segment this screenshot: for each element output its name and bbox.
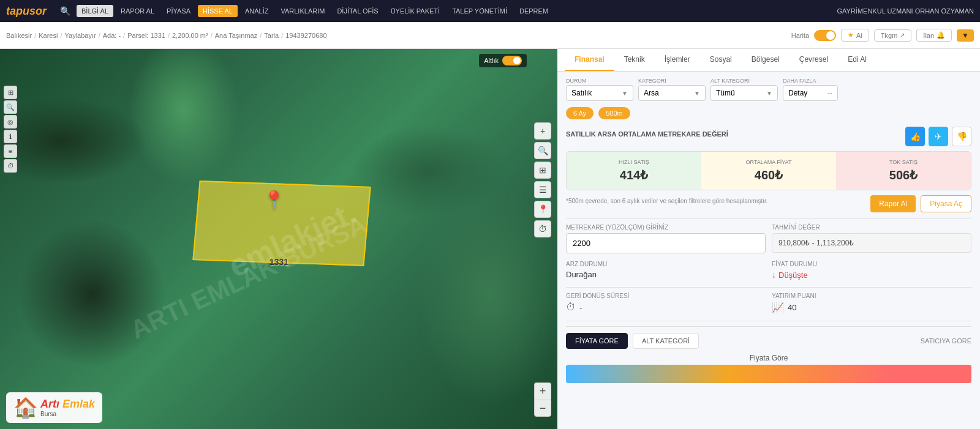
tab-teknik[interactable]: Teknik bbox=[614, 49, 655, 71]
nav-item-piyasa[interactable]: PİYASA bbox=[162, 5, 195, 17]
ctrl-layers[interactable]: ⊞ bbox=[534, 162, 551, 179]
metrekare-input[interactable] bbox=[566, 233, 766, 253]
down-arrow-icon: ↓ bbox=[772, 270, 776, 280]
status-row: ARZ DURUMU Durağan FİYAT DURUMU ↓ Düşüşt… bbox=[566, 261, 971, 280]
fiyat-value: ↓ Düşüşte bbox=[772, 270, 971, 280]
breadcrumb-ada: Ada: - bbox=[103, 32, 121, 39]
kategori-label: KATEGORİ bbox=[638, 78, 706, 84]
al-label: Al bbox=[856, 32, 862, 39]
tab-bolgesel[interactable]: Bölgesel bbox=[742, 49, 790, 71]
tab-alt-kategori[interactable]: ALT KATEGORİ bbox=[633, 333, 699, 349]
nav-item-dijitalofis[interactable]: DİJİTAL OFİS bbox=[332, 5, 383, 17]
altkategori-select[interactable]: Tümü ▼ bbox=[710, 85, 778, 101]
nav-item-analiz[interactable]: ANALİZ bbox=[240, 5, 274, 17]
zoom-in-button[interactable]: + bbox=[534, 382, 551, 400]
rapor-al-button[interactable]: Rapor Al bbox=[870, 195, 916, 212]
durum-label: DURUM bbox=[566, 78, 633, 84]
chart-icon: 📈 bbox=[772, 302, 784, 313]
telegram-button[interactable]: ✈ bbox=[929, 127, 948, 146]
altlik-bar: Altlık bbox=[479, 54, 527, 67]
filter-kategori: KATEGORİ Arsa ▼ bbox=[638, 78, 706, 101]
nav-item-uyelikpaketi[interactable]: ÜYELİK PAKETİ bbox=[386, 5, 445, 17]
al-button[interactable]: ★ Al bbox=[841, 29, 869, 42]
dahafazla-label: DAHA FAZLA bbox=[783, 78, 838, 84]
ctrl-search[interactable]: 🔍 bbox=[534, 142, 551, 159]
more-button[interactable]: ▼ bbox=[957, 29, 974, 42]
tag-6ay[interactable]: 6 Ay bbox=[566, 107, 594, 119]
like-dislike-group: 👍 ✈ 👎 bbox=[905, 127, 971, 146]
tab-edial[interactable]: Edi Al bbox=[838, 49, 876, 71]
ilan-icon: 🔔 bbox=[937, 31, 945, 39]
map-toggle-switch[interactable] bbox=[814, 30, 836, 41]
saticiya-gore-label[interactable]: SATICIYA GÖRE bbox=[921, 337, 971, 345]
ctrl-menu[interactable]: ☰ bbox=[534, 181, 551, 198]
geri-donus-group: GERİ DÖNÜŞ SÜRESİ ⏱ - bbox=[566, 293, 766, 313]
breadcrumb-yaylabayir[interactable]: Yaylabayır bbox=[65, 32, 96, 39]
durum-select[interactable]: Satılık ▼ bbox=[566, 85, 633, 101]
ctrl-pin[interactable]: 📍 bbox=[534, 201, 551, 218]
hizli-value: 414₺ bbox=[575, 168, 693, 182]
zoom-out-button[interactable]: − bbox=[534, 400, 551, 417]
dahafazla-select[interactable]: Detay ··· bbox=[783, 85, 838, 101]
dahafazla-caret: ··· bbox=[827, 90, 832, 97]
tab-islemler[interactable]: İşlemler bbox=[655, 49, 700, 71]
metrics-row: GERİ DÖNÜŞ SÜRESİ ⏱ - YATIRIM PUANI 📈 40 bbox=[566, 293, 971, 313]
breadcrumb-tasinmaz: Ana Taşınmaz bbox=[215, 32, 258, 39]
left-ctrl-location[interactable]: ◎ bbox=[4, 115, 17, 129]
search-icon[interactable]: 🔍 bbox=[56, 6, 74, 16]
metrekare-group: METREKARE (YÜZÖLÇÜM) GİRİNİZ bbox=[566, 224, 766, 253]
hizli-label: HIZLI SATIŞ bbox=[575, 159, 693, 165]
left-ctrl-clock[interactable]: ⏱ bbox=[4, 159, 17, 173]
left-ctrl-info[interactable]: ℹ bbox=[4, 130, 17, 143]
altkategori-label: ALT KATEGORİ bbox=[710, 78, 778, 84]
altkategori-value: Tümü bbox=[716, 89, 735, 97]
nav-item-raporal[interactable]: RAPOR AL bbox=[116, 5, 159, 17]
nav-item-deprem[interactable]: DEPREM bbox=[514, 5, 553, 17]
altlik-toggle[interactable] bbox=[502, 56, 522, 65]
nav-item-talepyonetimi[interactable]: TALEP YÖNETİMİ bbox=[447, 5, 512, 17]
metrekare-label: METREKARE (YÜZÖLÇÜM) GİRİNİZ bbox=[566, 224, 766, 231]
nav-item-bilgial[interactable]: BİLGİ AL bbox=[77, 5, 113, 17]
left-ctrl-filter[interactable]: ≡ bbox=[4, 144, 17, 158]
logo-house-icon: 🏠 bbox=[13, 396, 38, 419]
breadcrumb-id: 19439270680 bbox=[285, 32, 326, 39]
ilan-button[interactable]: İlan 🔔 bbox=[916, 29, 952, 42]
price-cards: HIZLI SATIŞ 414₺ ORTALAMA FİYAT 460₺ TOK… bbox=[566, 151, 971, 190]
piyasa-ac-button[interactable]: Piyasa Aç bbox=[921, 195, 971, 212]
ctrl-plus[interactable]: + bbox=[534, 122, 551, 140]
nav-item-varliklarim[interactable]: VARLIKLARIM bbox=[276, 5, 330, 17]
tab-cevresel[interactable]: Çevresel bbox=[790, 49, 838, 71]
logo-bursa: Bursa bbox=[40, 411, 95, 417]
left-ctrl-layers[interactable]: ⊞ bbox=[4, 86, 17, 99]
tab-finansal[interactable]: Finansal bbox=[565, 49, 614, 71]
bottom-tabs: FİYATA GÖRE ALT KATEGORİ SATICIYA GÖRE bbox=[566, 326, 971, 349]
map-toggle-label: Harita bbox=[791, 32, 809, 39]
tab-sosyal[interactable]: Sosyal bbox=[700, 49, 742, 71]
hizli-satis-card: HIZLI SATIŞ 414₺ bbox=[567, 152, 701, 190]
external-icon: ↗ bbox=[900, 32, 905, 39]
map-controls-right: + 🔍 ⊞ ☰ 📍 ⏱ bbox=[534, 122, 551, 237]
nav-item-hisseal[interactable]: HİSSE AL bbox=[198, 5, 238, 17]
kategori-select[interactable]: Arsa ▼ bbox=[638, 85, 706, 101]
ctrl-clock2[interactable]: ⏱ bbox=[534, 220, 551, 237]
left-ctrl-zoom[interactable]: 🔍 bbox=[4, 100, 17, 114]
map-background: Altlık 📍 1331 emlakjet. ARTI EMLAK BURSA… bbox=[0, 49, 557, 429]
ortalama-fiyat-card: ORTALAMA FİYAT 460₺ bbox=[701, 152, 836, 190]
breadcrumb-balikesir[interactable]: Balıkesir bbox=[6, 32, 32, 39]
user-name: GAYRİMENKUL UZMANI ORHAN ÖZYAMAN bbox=[837, 7, 974, 15]
like-button[interactable]: 👍 bbox=[905, 127, 925, 146]
dislike-button[interactable]: 👎 bbox=[952, 127, 971, 146]
tab-fiyata-gore[interactable]: FİYATA GÖRE bbox=[566, 333, 628, 349]
yatirim-text: 40 bbox=[788, 303, 796, 312]
kategori-value: Arsa bbox=[644, 89, 659, 97]
map-pin: 📍 bbox=[263, 190, 285, 210]
tok-satis-card: TOK SATIŞ 506₺ bbox=[836, 152, 971, 190]
arz-value: Durağan bbox=[566, 270, 766, 279]
tkgm-button[interactable]: Tkgm ↗ bbox=[874, 29, 912, 42]
breadcrumb-karesi[interactable]: Karesi bbox=[39, 32, 58, 39]
tab-bar: Finansal Teknik İşlemler Sosyal Bölgesel… bbox=[557, 49, 980, 72]
arz-label: ARZ DURUMU bbox=[566, 261, 766, 267]
tag-500m[interactable]: 500m bbox=[598, 107, 630, 119]
fiyata-gore-chart bbox=[566, 365, 971, 383]
yatirim-value: 📈 40 bbox=[772, 302, 971, 313]
